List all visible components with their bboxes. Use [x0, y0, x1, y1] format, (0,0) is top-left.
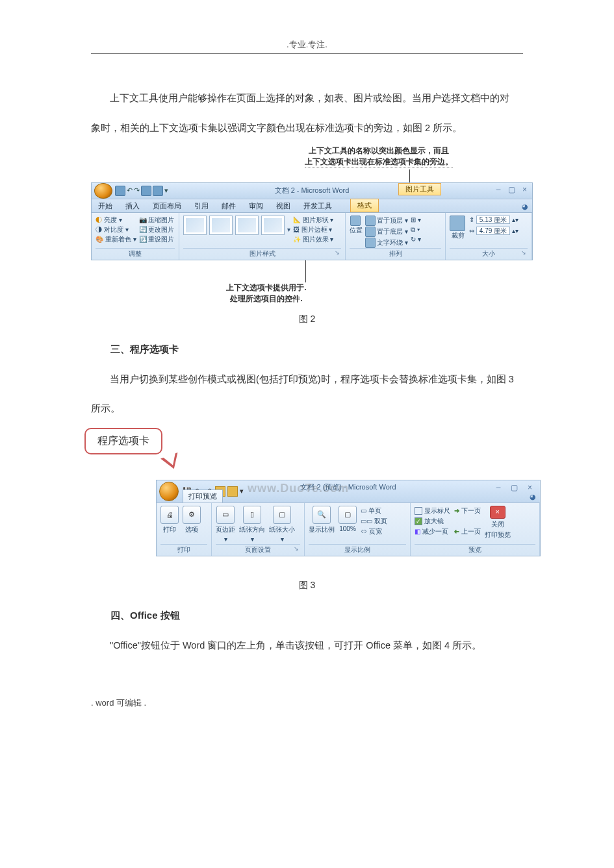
compress-button[interactable]: 📷 压缩图片: [139, 216, 175, 225]
margins-label: 页边距: [216, 525, 235, 534]
reset-pic-button[interactable]: 🔃 重设图片: [139, 235, 175, 244]
fig2-callout-top-line1: 上下文工具的名称以突出颜色显示，而且: [309, 146, 449, 155]
figure-3: 程序选项卡 💾 ↶ ▾ ↷ ▾ 文档 2 (预览) - Microsoft Wo…: [91, 428, 533, 571]
change-pic-button[interactable]: 🔄 更改图片: [139, 225, 175, 234]
hundred-label: 100%: [339, 525, 356, 532]
send-back-button[interactable]: 置于底层 ▾: [377, 228, 408, 235]
window-buttons-2[interactable]: – ▢ ×: [496, 483, 536, 492]
figure-3-caption: 图 3: [91, 580, 523, 591]
group-adjust-label: 调整: [96, 248, 175, 258]
style-thumb-4[interactable]: [261, 216, 285, 235]
wrap-icon[interactable]: [365, 238, 376, 248]
two-page-button[interactable]: 双页: [374, 517, 387, 525]
context-tool-title: 图片工具: [398, 183, 441, 195]
style-thumb-1[interactable]: [183, 216, 207, 235]
fig2-pointer-bottom: [305, 260, 306, 282]
options-icon[interactable]: ⚙: [183, 506, 201, 524]
tab-layout[interactable]: 页面布局: [146, 200, 188, 212]
ribbon-tabs: 开始 插入 页面布局 引用 邮件 审阅 视图 开发工具 格式 ◕: [92, 199, 532, 213]
pic-border-button[interactable]: 🖼 图片边框 ▾: [293, 225, 334, 234]
fig2-callout-bot-line1: 上下文选项卡提供用于.: [226, 283, 306, 292]
tab-mail[interactable]: 邮件: [215, 200, 242, 212]
close-label-2: 打印预览: [485, 530, 511, 539]
width-field[interactable]: 4.79 厘米: [476, 227, 510, 235]
margins-icon[interactable]: ▭: [216, 506, 235, 524]
group-picture-styles: ▾ 📐 图片形状 ▾ 🖼 图片边框 ▾ ✨ 图片效果 ▾ 图片样式↘: [179, 213, 346, 260]
align-button[interactable]: ⊞ ▾: [411, 216, 421, 225]
close-label: 关闭: [491, 520, 504, 529]
paragraph-2-line-2: 所示。: [91, 397, 523, 421]
style-thumb-2[interactable]: [209, 216, 233, 235]
paragraph-2-line-1: 当用户切换到某些创作模式或视图(包括打印预览)时，程序选项卡会替换标准选项卡集，…: [91, 367, 523, 392]
orientation-label: 纸张方向: [239, 525, 265, 534]
zoom-icon[interactable]: 🔍: [313, 506, 331, 524]
print-icon[interactable]: 🖨: [160, 506, 179, 524]
pic-shape-button[interactable]: 📐 图片形状 ▾: [293, 216, 334, 225]
one-page-button[interactable]: 单页: [368, 507, 381, 514]
group-size: 裁剪 ⇕ 5.13 厘米 ▴▾ ⇔ 4.79 厘米 ▴▾ 大小↘: [446, 213, 532, 260]
group-size-label: 大小: [482, 250, 495, 257]
brightness-button[interactable]: 亮度 ▾: [104, 216, 122, 223]
close-preview-button[interactable]: ×: [490, 506, 505, 519]
height-field[interactable]: 5.13 厘米: [476, 216, 510, 224]
orientation-icon[interactable]: ▯: [243, 506, 261, 524]
back-icon[interactable]: [365, 227, 376, 237]
magnify-checkbox[interactable]: 放大镜: [415, 516, 450, 526]
size-dialog-icon[interactable]: ↘: [521, 249, 526, 256]
paragraph-1-line-1: 上下文工具使用户能够操作在页面上选择的对象，如表、图片或绘图。当用户选择文档中的…: [91, 86, 523, 111]
tab-dev[interactable]: 开发工具: [297, 200, 339, 212]
contrast-button[interactable]: 对比度 ▾: [104, 226, 129, 233]
section-4-title: 四、Office 按钮: [91, 610, 523, 622]
crop-label: 裁剪: [452, 231, 465, 240]
page-dialog-icon[interactable]: ↘: [294, 545, 299, 552]
tab-format[interactable]: 格式: [350, 199, 379, 212]
position-icon[interactable]: [350, 216, 361, 226]
group-print: 🖨 打印 ⚙ 选项 打印: [157, 503, 212, 556]
page-header: .专业.专注.: [91, 39, 523, 54]
window-buttons[interactable]: – ▢ ×: [496, 185, 530, 194]
styles-dialog-icon[interactable]: ↘: [335, 249, 340, 256]
size-icon[interactable]: ▢: [273, 506, 291, 524]
group-preview: 显示标尺 放大镜 ◧ 减少一页 ➜ 下一页 ➜ 上一页 × 关闭 打: [411, 503, 540, 556]
rotate-button[interactable]: ↻ ▾: [411, 235, 421, 244]
help-icon[interactable]: ◕: [522, 203, 528, 211]
recolor-button[interactable]: 重新着色 ▾: [105, 236, 136, 243]
style-thumb-3[interactable]: [235, 216, 259, 235]
tab-review[interactable]: 审阅: [242, 200, 270, 212]
group-adjust: ◐ 亮度 ▾ ◑ 对比度 ▾ 🎨 重新着色 ▾ 📷 压缩图片 🔄 更改图片 🔃 …: [92, 213, 179, 260]
options-label: 选项: [185, 525, 198, 534]
ruler-checkbox[interactable]: 显示标尺: [415, 506, 450, 515]
tab-home[interactable]: 开始: [92, 200, 119, 212]
tab-print-preview[interactable]: 打印预览: [183, 490, 223, 502]
prev-page-button[interactable]: 上一页: [461, 528, 481, 535]
text-wrap-button[interactable]: 文字环绕 ▾: [377, 239, 408, 246]
paragraph-1-line-2: 象时，相关的上下文选项卡集以强调文字颜色出现在标准选项卡的旁边，如图 2 所示。: [91, 116, 523, 141]
pic-effects-button[interactable]: ✨ 图片效果 ▾: [293, 235, 334, 244]
section-3-title: 三、程序选项卡: [91, 343, 523, 356]
fig2-callout-top-line2: 上下文选项卡出现在标准选项卡集的旁边。: [305, 156, 453, 168]
group-button[interactable]: ⧉ ▾: [411, 225, 421, 234]
print-label: 打印: [163, 525, 176, 534]
size-label: 纸张大小: [269, 525, 295, 534]
fig2-callout-bot-line2: 处理所选项目的控件.: [230, 294, 302, 303]
group-arrange: 位置 置于顶层 ▾ 置于底层 ▾ 文字环绕 ▾ ⊞ ▾ ⧉ ▾ ↻ ▾: [346, 213, 446, 260]
page-width-button[interactable]: 页宽: [369, 528, 382, 535]
tab-insert[interactable]: 插入: [119, 200, 146, 212]
help-icon-2[interactable]: ◕: [530, 493, 536, 501]
group-arrange-label: 排列: [350, 248, 441, 258]
front-icon[interactable]: [365, 216, 376, 226]
style-more-icon[interactable]: ▾: [287, 226, 290, 233]
group-styles-label: 图片样式: [249, 250, 275, 257]
crop-icon[interactable]: [450, 216, 465, 231]
word-ribbon: ↶ ↷ ▾ 文档 2 - Microsoft Word 图片工具 – ▢ × 开…: [91, 182, 533, 260]
tab-view[interactable]: 视图: [270, 200, 297, 212]
fig2-pointer-top: [409, 169, 410, 182]
hundred-icon[interactable]: ▢: [339, 506, 357, 524]
bring-front-button[interactable]: 置于顶层 ▾: [377, 217, 408, 224]
window-title: 文档 2 - Microsoft Word: [92, 186, 532, 195]
next-page-button[interactable]: 下一页: [461, 507, 481, 514]
tab-ref[interactable]: 引用: [188, 200, 215, 212]
shrink-button[interactable]: 减少一页: [422, 528, 448, 535]
figure-2-caption: 图 2: [91, 314, 523, 325]
group-zoom-label: 显示比例: [309, 544, 406, 554]
